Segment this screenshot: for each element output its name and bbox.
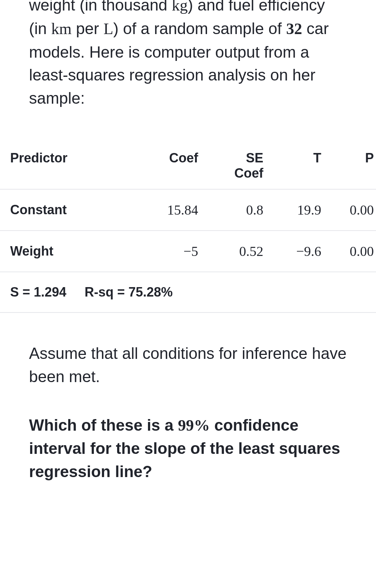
- col-p: P: [328, 142, 376, 189]
- question-part: Which of these is a: [29, 416, 178, 434]
- col-t: T: [270, 142, 328, 189]
- cell-predictor: Constant: [0, 189, 136, 231]
- se-line1: SE: [204, 150, 263, 166]
- conditions-text: Assume that all conditions for inference…: [29, 342, 347, 388]
- cell-coef: −5: [136, 231, 205, 272]
- unit-km: km: [51, 20, 71, 38]
- col-predictor: Predictor: [0, 142, 136, 189]
- table-row: Weight −5 0.52 −9.6 0.00: [0, 231, 376, 272]
- unit-L: L: [103, 20, 113, 38]
- s-label: S =: [10, 285, 34, 299]
- rsq-value: 75.28%: [128, 285, 173, 299]
- rsq-label: R-sq =: [84, 285, 128, 299]
- col-coef: Coef: [136, 142, 205, 189]
- cell-t: 19.9: [270, 189, 328, 231]
- cell-p: 0.00: [328, 189, 376, 231]
- se-line2: Coef: [204, 166, 263, 181]
- sample-size: 32: [286, 20, 302, 38]
- regression-summary-row: S = 1.294R-sq = 75.28%: [0, 272, 376, 312]
- cell-predictor: Weight: [0, 231, 136, 272]
- s-value: 1.294: [34, 285, 66, 299]
- table-row: Constant 15.84 0.8 19.9 0.00: [0, 189, 376, 231]
- problem-intro-text: weight (in thousand kg) and fuel efficie…: [29, 0, 347, 110]
- cell-t: −9.6: [270, 231, 328, 272]
- intro-part: weight (in thousand: [29, 0, 172, 14]
- cell-se: 0.52: [204, 231, 270, 272]
- cell-coef: 15.84: [136, 189, 205, 231]
- table-header-row: Predictor Coef SE Coef T P: [0, 142, 376, 189]
- cell-p: 0.00: [328, 231, 376, 272]
- question-text: Which of these is a 99% confidence inter…: [29, 414, 347, 483]
- intro-part: ) of a random sample of: [113, 20, 286, 37]
- regression-summary: S = 1.294R-sq = 75.28%: [0, 272, 376, 312]
- confidence-level: 99%: [178, 417, 210, 434]
- regression-output-table: Predictor Coef SE Coef T P Constant 15.8…: [0, 142, 376, 313]
- col-se-coef: SE Coef: [204, 142, 270, 189]
- unit-kg: kg: [172, 0, 188, 14]
- intro-part: per: [71, 20, 103, 37]
- cell-se: 0.8: [204, 189, 270, 231]
